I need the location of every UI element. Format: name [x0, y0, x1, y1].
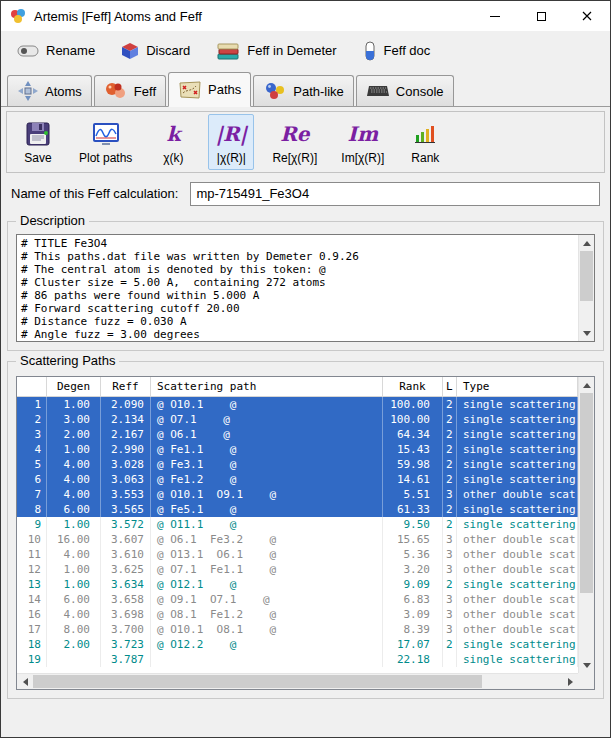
- cell-path: [151, 652, 383, 667]
- table-row[interactable]: 74.003.553@ O10.1 O9.1 @5.513other doubl…: [17, 487, 578, 502]
- paths-table: Degen Reff Scattering path Rank L Type 1…: [16, 376, 595, 690]
- chi-r-real-button[interactable]: Re Re[χ(R)]: [266, 114, 323, 170]
- discard-button[interactable]: Discard: [117, 39, 194, 63]
- plot-paths-button[interactable]: Plot paths: [73, 114, 138, 170]
- arrow-up-icon: [583, 383, 591, 388]
- close-button[interactable]: [564, 1, 610, 31]
- paths-vertical-scrollbar[interactable]: [578, 377, 594, 673]
- paths-horizontal-scrollbar[interactable]: [17, 673, 578, 689]
- cell-rank: 64.34: [383, 427, 443, 442]
- minimize-button[interactable]: [472, 1, 518, 31]
- column-header-legs[interactable]: L: [443, 377, 457, 397]
- scrollbar-thumb[interactable]: [580, 251, 593, 301]
- table-row[interactable]: 64.003.063@ Fe1.2 @14.612single scatteri…: [17, 472, 578, 487]
- chi-k-button[interactable]: k χ(k): [150, 114, 196, 170]
- feff-doc-button[interactable]: Feff doc: [359, 38, 435, 64]
- cell-path: @ O6.1 Fe3.2 @: [151, 532, 383, 547]
- window-controls: [472, 1, 610, 31]
- column-header-rank[interactable]: Rank: [383, 377, 443, 397]
- scroll-up-button[interactable]: [579, 235, 594, 251]
- tab-atoms[interactable]: Atoms: [7, 75, 92, 106]
- cell-legs: [443, 652, 457, 667]
- cell-degen: 1.00: [47, 517, 101, 532]
- table-row[interactable]: 164.003.698@ O8.1 Fe1.2 @3.093other doub…: [17, 607, 578, 622]
- save-button[interactable]: Save: [15, 114, 61, 170]
- scrollbar-thumb[interactable]: [580, 393, 593, 593]
- description-textarea[interactable]: # TITLE Fe3O4 # This paths.dat file was …: [16, 234, 595, 342]
- cell-legs: 3: [443, 622, 457, 637]
- column-header-index[interactable]: [17, 377, 47, 397]
- scrollbar-thumb[interactable]: [33, 675, 482, 688]
- table-row[interactable]: 1016.003.607@ O6.1 Fe3.2 @15.653other do…: [17, 532, 578, 547]
- cell-degen: 2.00: [47, 427, 101, 442]
- feff-in-demeter-button[interactable]: Feff in Demeter: [212, 39, 340, 63]
- column-header-degen[interactable]: Degen: [47, 377, 101, 397]
- scroll-up-button[interactable]: [579, 377, 594, 393]
- cell-reff: 3.625: [101, 562, 151, 577]
- table-row[interactable]: 11.002.090@ O10.1 @100.002single scatter…: [17, 397, 578, 412]
- rank-button[interactable]: Rank: [402, 114, 448, 170]
- table-row[interactable]: 91.003.572@ O11.1 @9.502single scatterin…: [17, 517, 578, 532]
- cell-legs: 2: [443, 412, 457, 427]
- scroll-down-button[interactable]: [579, 657, 594, 673]
- column-header-type[interactable]: Type: [457, 377, 578, 397]
- chi-r-imaginary-button[interactable]: Im Im[χ(R)]: [335, 114, 390, 170]
- table-row[interactable]: 32.002.167@ O6.1 @64.342single scatterin…: [17, 427, 578, 442]
- scroll-down-button[interactable]: [579, 325, 594, 341]
- tab-console[interactable]: Console: [356, 75, 454, 106]
- feff-name-input[interactable]: [190, 182, 600, 206]
- cell-n: 8: [17, 502, 47, 517]
- tab-path-like[interactable]: Path-like: [253, 75, 354, 106]
- cell-legs: 2: [443, 517, 457, 532]
- cell-type: other double scat: [457, 562, 578, 577]
- column-header-reff[interactable]: Reff: [101, 377, 151, 397]
- table-row[interactable]: 86.003.565@ Fe5.1 @61.332single scatteri…: [17, 502, 578, 517]
- scroll-right-button[interactable]: [562, 674, 578, 689]
- feff-doc-label: Feff doc: [384, 43, 431, 58]
- description-scrollbar[interactable]: [578, 235, 594, 341]
- table-row[interactable]: 121.003.625@ O7.1 Fe1.1 @3.203other doub…: [17, 562, 578, 577]
- table-row[interactable]: 54.003.028@ Fe3.1 @59.982single scatteri…: [17, 457, 578, 472]
- table-row[interactable]: 41.002.990@ Fe1.1 @15.432single scatteri…: [17, 442, 578, 457]
- tab-feff[interactable]: Feff: [94, 75, 166, 106]
- cell-degen: 4.00: [47, 487, 101, 502]
- cell-path: @ O10.1 O9.1 @: [151, 487, 383, 502]
- cell-type: other double scat: [457, 547, 578, 562]
- cell-n: 9: [17, 517, 47, 532]
- table-row[interactable]: 193.78722.18single scattering: [17, 652, 578, 667]
- rename-button[interactable]: Rename: [13, 40, 99, 61]
- cell-path: @ O13.1 O6.1 @: [151, 547, 383, 562]
- column-header-scattering-path[interactable]: Scattering path: [151, 377, 383, 397]
- cell-degen: 6.00: [47, 592, 101, 607]
- path-like-icon: [263, 81, 287, 101]
- cell-rank: 9.09: [383, 577, 443, 592]
- cell-n: 2: [17, 412, 47, 427]
- cell-n: 14: [17, 592, 47, 607]
- tab-paths[interactable]: Paths: [168, 72, 251, 107]
- cell-degen: 4.00: [47, 547, 101, 562]
- tab-path-like-label: Path-like: [293, 84, 344, 99]
- table-row[interactable]: 114.003.610@ O13.1 O6.1 @5.363other doub…: [17, 547, 578, 562]
- cell-path: @ O12.1 @: [151, 577, 383, 592]
- cell-n: 3: [17, 427, 47, 442]
- tab-paths-label: Paths: [208, 82, 241, 97]
- table-row[interactable]: 182.003.723@ O12.2 @17.072single scatter…: [17, 637, 578, 652]
- paths-toolbar: Save Plot paths k χ(k) |R| |χ(R)| Re Re[…: [6, 111, 605, 173]
- cell-degen: 1.00: [47, 442, 101, 457]
- plot-icon: [92, 119, 120, 149]
- scattering-paths-group: Scattering Paths Degen Reff Scattering p…: [7, 361, 604, 699]
- cell-path: @ Fe3.1 @: [151, 457, 383, 472]
- table-row[interactable]: 146.003.658@ O9.1 O7.1 @6.833other doubl…: [17, 592, 578, 607]
- feff-in-demeter-label: Feff in Demeter: [247, 43, 336, 58]
- cell-reff: 2.090: [101, 397, 151, 412]
- maximize-button[interactable]: [518, 1, 564, 31]
- description-group-title: Description: [16, 213, 89, 228]
- cell-legs: 2: [443, 457, 457, 472]
- cell-legs: 2: [443, 427, 457, 442]
- cell-legs: 3: [443, 562, 457, 577]
- chi-r-magnitude-button[interactable]: |R| |χ(R)|: [208, 114, 254, 170]
- scroll-left-button[interactable]: [17, 674, 33, 689]
- table-row[interactable]: 23.002.134@ O7.1 @100.002single scatteri…: [17, 412, 578, 427]
- table-row[interactable]: 178.003.700@ O10.1 O8.1 @8.393other doub…: [17, 622, 578, 637]
- table-row[interactable]: 131.003.634@ O12.1 @9.092single scatteri…: [17, 577, 578, 592]
